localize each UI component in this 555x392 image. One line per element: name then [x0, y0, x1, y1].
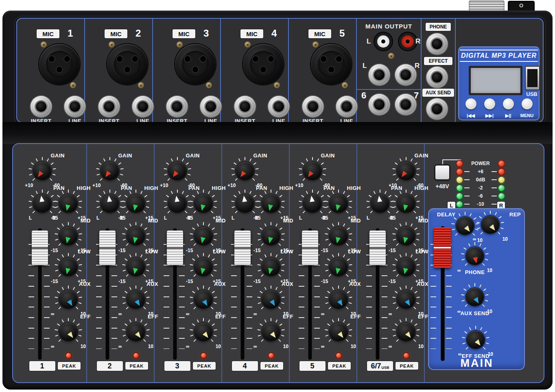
- rep-knob[interactable]: ∞ 10: [474, 209, 506, 240]
- aux-knob[interactable]: AUX ∞ 10: [390, 283, 422, 315]
- eff-knob[interactable]: EFF ∞ 10: [120, 316, 152, 348]
- main-out-right-jack: [395, 64, 416, 85]
- effect-label: EFFECT: [424, 57, 452, 65]
- mid-eq-knob[interactable]: MID -15 +15: [188, 220, 219, 252]
- gain-knob[interactable]: GAIN +10 -60: [297, 155, 328, 187]
- panel-screw: ×: [138, 82, 144, 88]
- mid-eq-knob[interactable]: MID -15 +15: [390, 220, 422, 252]
- high-eq-knob[interactable]: HIGH -15 +15: [255, 187, 287, 219]
- peak-led: [133, 353, 139, 358]
- lcd-display: [469, 66, 522, 95]
- aux-knob[interactable]: AUX ∞ 10: [323, 283, 354, 315]
- mp3-column: DIGITAL MP3 PLAYER USB |◀◀ ▶▶|: [456, 19, 543, 122]
- meter-row-label: +6: [471, 169, 490, 174]
- peak-led: [404, 353, 409, 358]
- jack-6: [369, 94, 390, 115]
- meter-led-left: [457, 161, 463, 167]
- aux-send-jack: [426, 98, 448, 120]
- eff-knob[interactable]: EFF ∞ 10: [390, 316, 422, 348]
- aux-knob[interactable]: AUX ∞ 10: [52, 283, 84, 315]
- rca-left-label: L: [367, 37, 371, 46]
- mic-label-box: MIC: [37, 29, 59, 38]
- mp3-button: |◀◀: [461, 98, 480, 118]
- main-mix-panel: DELAY REP ∞ 10 ∞ 10: [428, 208, 525, 370]
- meter-led-left: [457, 169, 463, 175]
- mp3-button-cap[interactable]: [522, 98, 533, 109]
- low-eq-knob[interactable]: LOW -15 +15: [188, 251, 219, 283]
- gain-knob[interactable]: GAIN +10 -60: [229, 155, 261, 187]
- fader-cap[interactable]: [167, 231, 183, 265]
- meter-row: POWER: [457, 161, 505, 166]
- high-eq-knob[interactable]: HIGH -15 +15: [323, 187, 354, 219]
- low-eq-knob[interactable]: LOW -15 +15: [120, 251, 152, 283]
- rca-right-label: R: [415, 37, 421, 46]
- gain-knob[interactable]: GAIN +10 -60: [162, 155, 193, 187]
- low-eq-knob[interactable]: LOW -15 +15: [323, 251, 354, 283]
- mp3-button: ▶||: [499, 98, 518, 118]
- fader-cap[interactable]: [302, 231, 318, 265]
- fader-cap[interactable]: [32, 231, 48, 265]
- high-eq-knob[interactable]: HIGH -15 +15: [120, 187, 152, 219]
- peak-led: [66, 353, 71, 358]
- eff-knob[interactable]: EFF ∞ 10: [323, 316, 354, 348]
- jack6-label: 6: [361, 90, 366, 101]
- insert-jack: [98, 96, 120, 117]
- section-divider: [357, 89, 421, 90]
- gain-knob[interactable]: GAIN +10 -60: [390, 155, 422, 187]
- aux-send-knob[interactable]: ∞ 10: [459, 281, 491, 313]
- power-switch-symbol: O: [519, 2, 523, 9]
- aux-send-label: AUX SEND: [422, 89, 454, 97]
- jack-left-label: L: [363, 62, 367, 70]
- channel-strip: GAIN +10 -60 PAN L R GAIN: [357, 144, 425, 382]
- gain-knob[interactable]: GAIN +10 -60: [26, 155, 58, 187]
- low-eq-knob[interactable]: LOW -15 +15: [52, 251, 84, 283]
- gain-knob[interactable]: GAIN +10 -60: [94, 155, 126, 187]
- meter-row: -2: [457, 185, 505, 191]
- mp3-button-cap[interactable]: [465, 98, 476, 109]
- mp3-button-cap[interactable]: [484, 98, 495, 109]
- eff-knob[interactable]: EFF ∞ 10: [52, 316, 84, 348]
- phone-jack: [426, 33, 448, 54]
- mp3-button-icon: ▶||: [505, 113, 511, 118]
- mp3-button-cap[interactable]: [503, 98, 514, 109]
- mixer-device: O MIC 1 × × INSERT LINE: [0, 0, 555, 392]
- eff-send-knob[interactable]: ∞ 10: [460, 324, 492, 355]
- peak-label: PEAK: [395, 362, 418, 370]
- low-eq-knob[interactable]: LOW -15 +15: [255, 251, 287, 283]
- main-output-title: MAIN OUTPUT: [357, 23, 421, 30]
- mid-eq-knob[interactable]: MID -15 +15: [52, 220, 84, 252]
- knob-pointer: [235, 193, 255, 213]
- xlr-connector: [175, 44, 216, 85]
- channel-strips: GAIN +10 -60 PAN L R GAIN: [20, 144, 425, 382]
- fader-cap[interactable]: [234, 231, 251, 265]
- low-eq-knob[interactable]: LOW -15 +15: [390, 251, 422, 283]
- channel-number-box: 4: [232, 361, 258, 371]
- aux-knob[interactable]: AUX ∞ 10: [120, 283, 152, 315]
- eff-knob[interactable]: EFF ∞ 10: [188, 316, 219, 348]
- mic-channel: MIC 2 × × INSERT LINE: [85, 19, 153, 122]
- channel-number-box: 5: [299, 361, 326, 371]
- phone-knob[interactable]: ∞ 10: [459, 240, 491, 272]
- channel-strip: GAIN +10 -60 PAN L R GAIN: [87, 144, 155, 382]
- high-eq-knob[interactable]: HIGH -15 +15: [188, 187, 219, 219]
- mic-number: 2: [135, 28, 141, 39]
- mp3-button-icon: ▶▶|: [485, 113, 494, 118]
- aux-knob[interactable]: AUX ∞ 10: [255, 283, 287, 315]
- high-eq-knob[interactable]: HIGH -15 +15: [52, 187, 84, 219]
- mid-eq-knob[interactable]: MID -15 +15: [323, 220, 354, 252]
- fader-cap[interactable]: [99, 231, 116, 265]
- high-eq-knob[interactable]: HIGH -15 +15: [390, 187, 422, 219]
- knob-pointer: [260, 225, 282, 246]
- mid-eq-knob[interactable]: MID -15 +15: [120, 220, 152, 252]
- knob-pointer: [125, 193, 146, 214]
- mid-eq-knob[interactable]: MID -15 +15: [255, 220, 287, 252]
- eff-knob[interactable]: EFF ∞ 10: [255, 316, 287, 348]
- fader-cap[interactable]: [369, 231, 386, 265]
- channel-number-box: 2: [97, 361, 123, 371]
- main-fader-cap[interactable]: [434, 227, 451, 268]
- phantom-power-button[interactable]: [435, 166, 449, 179]
- aux-knob[interactable]: AUX ∞ 10: [188, 283, 219, 315]
- meter-led-left: [457, 193, 463, 199]
- main-out-left-jack: [369, 64, 390, 85]
- usb-label: USB: [522, 91, 542, 97]
